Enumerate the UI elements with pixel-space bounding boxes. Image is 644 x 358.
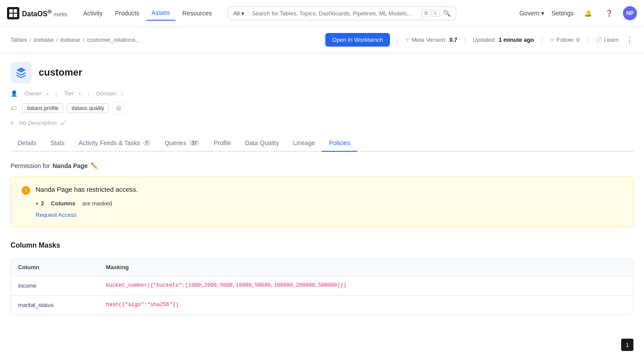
- masking-header: Masking: [99, 259, 633, 276]
- follow-button[interactable]: ☆ Follow: 0: [549, 37, 579, 43]
- nav-right: Govern ▾ Settings 🔔 ❓ NP: [519, 6, 637, 20]
- search-filter-dropdown[interactable]: All ▾: [233, 10, 248, 17]
- search-icon[interactable]: 🔍: [443, 10, 451, 17]
- avatar[interactable]: NP: [623, 6, 637, 20]
- tab-queries[interactable]: Queries 37: [158, 135, 207, 152]
- column-name-cell: income: [11, 276, 99, 295]
- warning-icon: i: [22, 186, 30, 195]
- chevron-down-icon: ▾: [541, 10, 544, 17]
- help-icon[interactable]: ❓: [602, 6, 616, 20]
- description-icon: ≡: [11, 120, 14, 126]
- nav-link-products[interactable]: Products: [109, 6, 144, 20]
- learn-icon: 📄: [595, 37, 602, 43]
- description-row: ≡ No Description 🖊: [11, 120, 633, 126]
- request-access-link[interactable]: Request Access: [36, 212, 76, 218]
- logo-text: DataOS® metis: [22, 8, 67, 18]
- logo[interactable]: DataOS® metis: [7, 7, 67, 19]
- column-header: Column: [11, 259, 99, 276]
- queries-badge: 37: [189, 140, 200, 146]
- masking-value-cell: bucket_number({"buckets":[1000,2000,5000…: [99, 276, 633, 295]
- nav-link-resources[interactable]: Resources: [177, 6, 217, 20]
- tab-policies[interactable]: Policies: [322, 135, 357, 152]
- tags-row: 🏷 dataos.profile dataos.quality ⊞: [11, 102, 633, 114]
- restricted-header: i Nanda Page has restricted access.: [22, 186, 622, 195]
- tab-lineage[interactable]: Lineage: [286, 135, 322, 152]
- columns-label: Columns: [51, 200, 76, 207]
- column-masks-table: Column Masking income bucket_number({"bu…: [11, 258, 633, 315]
- entity-title: customer: [39, 67, 82, 78]
- meta-version-info: ⑂ Meta Version: 0.7: [406, 37, 458, 43]
- restricted-title: Nanda Page has restricted access.: [36, 186, 138, 193]
- tier-value: -: [79, 90, 80, 97]
- page-content: customer 👤 Owner: - | Tier: - | Domain: …: [0, 53, 644, 334]
- search-input[interactable]: [252, 10, 418, 17]
- logo-icon: [7, 7, 19, 19]
- entity-header: customer: [11, 62, 633, 83]
- masked-label: [78, 200, 80, 207]
- star-icon: ☆: [549, 37, 555, 43]
- bullet-icon: [36, 202, 38, 205]
- breadcrumb-icebase1[interactable]: icebase: [34, 37, 54, 43]
- breadcrumb-icebase2[interactable]: icebase: [61, 37, 80, 43]
- edit-permission-button[interactable]: ✏️: [91, 162, 98, 169]
- chevron-down-icon: ▾: [241, 10, 244, 17]
- restricted-detail: 2 Columns are masked: [36, 200, 622, 207]
- meta-version-icon: ⑂: [406, 37, 409, 43]
- permission-user: Nanda Page: [52, 162, 87, 169]
- breadcrumb-customer[interactable]: customer_relations...: [87, 37, 140, 43]
- search-bar: All ▾ ⌘ K 🔍: [228, 7, 456, 20]
- columns-count: 2: [41, 200, 44, 207]
- tab-details[interactable]: Details: [11, 135, 44, 152]
- search-shortcut: ⌘ K: [422, 10, 439, 17]
- permission-header: Permission for Nanda Page ✏️: [11, 162, 633, 169]
- settings-link[interactable]: Settings: [551, 10, 574, 17]
- edit-description-button[interactable]: 🖊: [60, 120, 66, 126]
- person-icon: 👤: [11, 90, 18, 97]
- tag-icon: 🏷: [11, 105, 17, 112]
- table-header-row: Column Masking: [11, 259, 633, 276]
- notifications-icon[interactable]: 🔔: [581, 6, 595, 20]
- activity-feeds-badge: 7: [143, 140, 151, 146]
- table-row: income bucket_number({"buckets":[1000,20…: [11, 276, 633, 296]
- masking-value-cell: hash({"algo":"sha256"}): [99, 296, 633, 314]
- breadcrumb: Tables / icebase / icebase / customer_re…: [0, 27, 644, 53]
- updated-info: Updated: 1 minute ago: [473, 37, 534, 43]
- column-name-cell: marital_status: [11, 296, 99, 314]
- tag-item[interactable]: dataos.profile: [22, 103, 63, 113]
- tab-data-quality[interactable]: Data Quality: [238, 135, 286, 152]
- more-options-button[interactable]: ⋮: [626, 35, 633, 45]
- nav-link-activity[interactable]: Activity: [78, 6, 108, 20]
- entity-icon: [11, 62, 32, 83]
- breadcrumb-actions: Open In Workbench | ⑂ Meta Version: 0.7 …: [325, 33, 633, 47]
- metadata-row: 👤 Owner: - | Tier: - | Domain: -: [11, 90, 633, 97]
- tabs: Details Stats Activity Feeds & Tasks 7 Q…: [11, 135, 633, 152]
- policies-content: Permission for Nanda Page ✏️ i Nanda Pag…: [11, 152, 633, 325]
- add-tag-button[interactable]: ⊞: [113, 102, 125, 114]
- top-navigation: DataOS® metis Activity Products Assets R…: [0, 0, 644, 27]
- description-text: No Description: [19, 120, 57, 126]
- table-row: marital_status hash({"algo":"sha256"}): [11, 296, 633, 314]
- owner-value: -: [47, 90, 48, 97]
- tab-stats[interactable]: Stats: [44, 135, 72, 152]
- domain-value: -: [121, 90, 123, 97]
- tab-profile[interactable]: Profile: [207, 135, 238, 152]
- open-workbench-button[interactable]: Open In Workbench: [325, 33, 390, 47]
- nav-links: Activity Products Assets Resources: [78, 6, 217, 21]
- tag-item[interactable]: dataos.quality: [67, 103, 109, 113]
- restricted-access-box: i Nanda Page has restricted access. 2 Co…: [11, 176, 633, 227]
- learn-button[interactable]: 📄 Learn: [595, 37, 619, 43]
- column-masks-title: Column Masks: [11, 241, 633, 249]
- breadcrumb-tables[interactable]: Tables: [11, 37, 27, 43]
- nav-link-assets[interactable]: Assets: [146, 6, 175, 21]
- govern-button[interactable]: Govern ▾: [519, 10, 544, 17]
- tab-activity-feeds[interactable]: Activity Feeds & Tasks 7: [72, 135, 158, 152]
